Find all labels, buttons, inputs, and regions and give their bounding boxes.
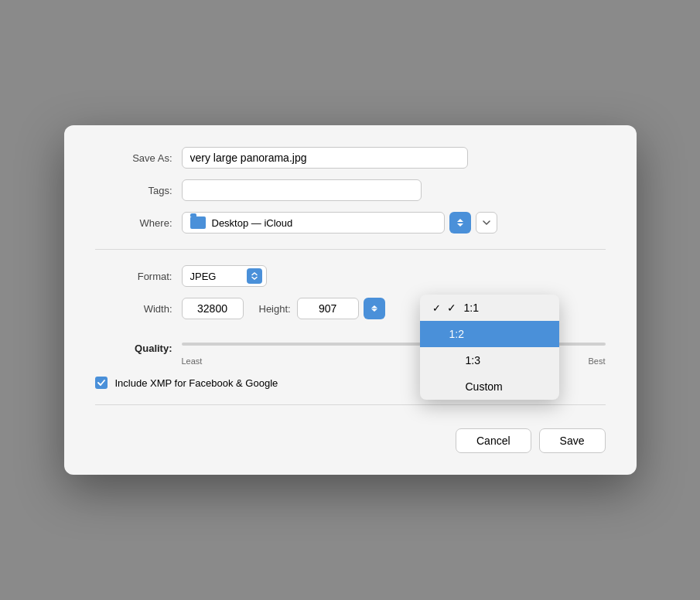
where-stepper-button[interactable] [449, 212, 471, 234]
quality-label: Quality: [95, 343, 172, 354]
format-label: Format: [95, 271, 172, 282]
resolution-stepper-button[interactable] [364, 298, 385, 319]
dropdown-label-1-1: 1:1 [464, 302, 479, 314]
height-label: Height: [259, 303, 291, 315]
where-text: Desktop — iCloud [212, 217, 436, 229]
stepper-arrows-icon [456, 217, 465, 228]
quality-least-label: Least [182, 356, 203, 366]
dropdown-label-1-2: 1:2 [449, 328, 464, 340]
format-select[interactable]: JPEG PNG TIFF [182, 265, 267, 287]
height-input[interactable] [297, 298, 359, 319]
where-chevron-button[interactable] [476, 212, 497, 234]
cancel-button[interactable]: Cancel [456, 428, 531, 453]
width-label: Width: [95, 303, 172, 315]
save-as-input[interactable] [182, 147, 468, 169]
stepper-icon [370, 304, 378, 313]
where-selector[interactable]: Desktop — iCloud [182, 212, 445, 234]
dropdown-label-1-3: 1:3 [466, 354, 480, 366]
checkmark-1-1: ✓ [447, 302, 458, 314]
tags-label: Tags: [95, 185, 172, 196]
save-dialog: Save As: Tags: Where: Desktop — iCloud [64, 125, 637, 475]
chevron-down-icon [483, 220, 490, 226]
dropdown-label-custom: Custom [466, 380, 503, 393]
save-button[interactable]: Save [539, 428, 606, 453]
dropdown-item-1-3[interactable]: 1:3 [420, 347, 559, 373]
format-row: Format: JPEG PNG TIFF [95, 265, 606, 287]
tags-row: Tags: [95, 179, 606, 201]
folder-icon [190, 216, 206, 229]
where-row: Where: Desktop — iCloud [95, 212, 606, 234]
checkmark-icon [97, 380, 105, 386]
xmp-checkbox-label: Include XMP for Facebook & Google [115, 377, 278, 389]
dropdown-item-1-2[interactable]: 1:2 [420, 321, 559, 347]
details-section: Format: JPEG PNG TIFF Width: Height: [95, 265, 606, 405]
quality-best-label: Best [588, 356, 605, 366]
button-row: Cancel Save [95, 421, 606, 453]
where-label: Where: [95, 217, 172, 229]
tags-input[interactable] [182, 179, 422, 201]
save-as-label: Save As: [95, 152, 172, 164]
xmp-checkbox[interactable] [95, 377, 108, 389]
top-section: Save As: Tags: Where: Desktop — iCloud [95, 147, 606, 250]
width-input[interactable] [182, 298, 244, 319]
dropdown-item-1-1[interactable]: ✓ 1:1 [420, 295, 559, 321]
dropdown-item-custom[interactable]: Custom [420, 373, 559, 400]
ratio-dropdown-menu: ✓ 1:1 1:2 1:3 Custom [420, 295, 559, 400]
save-as-row: Save As: [95, 147, 606, 169]
format-select-wrapper: JPEG PNG TIFF [182, 265, 267, 287]
